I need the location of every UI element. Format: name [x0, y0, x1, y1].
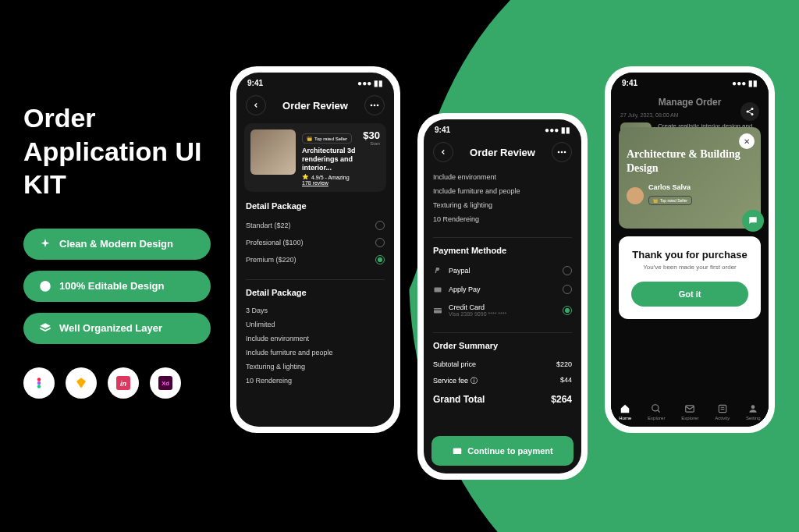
gotit-button[interactable]: Got it [631, 282, 748, 307]
edit-icon [39, 280, 51, 293]
phone-mockup-3: 9:41 ●●● ▮▮ Manage Order 27 July, 2023, … [605, 66, 775, 433]
radio-icon [375, 255, 385, 264]
apple-pay-icon [433, 285, 442, 294]
svg-text:Xd: Xd [162, 380, 169, 387]
svg-point-20 [652, 405, 659, 411]
avatar [627, 187, 644, 204]
seller-badge: 👑 Top rated Seller [302, 133, 352, 144]
phone-mockup-1: 9:41 ●●● ▮▮ Order Review 👑 Top rated Sel… [230, 66, 400, 433]
back-button[interactable] [246, 95, 266, 115]
price: $30 [363, 129, 380, 141]
close-button[interactable]: ✕ [739, 133, 755, 149]
svg-point-8 [374, 105, 376, 107]
nav-explorer2[interactable]: Explorer [681, 403, 698, 420]
seller-badge: 👑 Top rated Seller [648, 196, 692, 205]
status-bar: 9:41 ●●● ▮▮ [611, 73, 769, 90]
page-title: Order Review [282, 100, 348, 112]
signal-icons: ●●● ▮▮ [357, 79, 383, 87]
radio-icon [375, 221, 385, 230]
credit-card-icon [433, 306, 442, 315]
wallet-icon [452, 445, 463, 456]
feature-pill: Clean & Modern Design [23, 229, 211, 260]
product-title: Architectural 3d renderings and interior… [302, 147, 357, 172]
reviews-link[interactable]: 178 review [302, 180, 357, 186]
sketch-icon [66, 367, 97, 399]
chat-fab[interactable] [742, 210, 764, 232]
detail-item: 10 Rendereing [246, 374, 385, 388]
bottom-nav: Home Explorer Explorer Activity Setting [611, 397, 769, 427]
svg-rect-15 [434, 309, 442, 310]
package-option[interactable]: Standart ($22) [246, 217, 385, 234]
xd-icon: Xd [150, 367, 181, 399]
svg-point-11 [561, 151, 563, 154]
hero-card[interactable]: ✕ Architecture & Building Design Carlos … [619, 127, 761, 229]
svg-point-1 [37, 381, 41, 385]
radio-icon [563, 306, 572, 315]
nav-home[interactable]: Home [619, 403, 631, 420]
svg-point-9 [377, 105, 379, 107]
signal-icons: ●●● ▮▮ [732, 79, 758, 87]
success-modal: Thank you for purchase You've been made … [619, 236, 761, 319]
sparkle-icon [39, 238, 51, 250]
nav-setting[interactable]: Setting [746, 403, 761, 420]
svg-rect-14 [434, 308, 442, 314]
section-title: Payment Methode [433, 246, 572, 255]
share-button[interactable] [740, 102, 759, 121]
radio-icon [563, 266, 572, 275]
radio-icon [375, 238, 385, 247]
svg-rect-16 [453, 449, 462, 455]
paypal-icon [433, 266, 442, 275]
payment-option[interactable]: Apply Pay [433, 280, 572, 299]
detail-item: Texturing & lighting [246, 360, 385, 374]
svg-point-7 [371, 105, 373, 107]
svg-rect-13 [435, 288, 442, 293]
feature-pill: 100% Editable Design [23, 271, 211, 302]
nav-explorer[interactable]: Explorer [648, 403, 665, 420]
detail-item: 10 Rendereing [433, 212, 572, 226]
more-button[interactable] [364, 95, 385, 115]
figma-icon [23, 367, 55, 399]
detail-item: Include furniture and people [246, 346, 385, 360]
section-title: Detail Package [246, 201, 385, 211]
section-title: Detail Package [246, 288, 385, 297]
detail-item: Include environment [246, 332, 385, 346]
phone-mockup-2: 9:41 ●●● ▮▮ Order Review Include environ… [417, 113, 588, 480]
detail-item: Texturing & lighting [433, 198, 572, 212]
section-title: Order Summary [433, 341, 572, 350]
detail-item: 3 Days [246, 303, 385, 317]
status-bar: 9:41 ●●● ▮▮ [236, 73, 394, 90]
payment-option[interactable]: Paypal [433, 261, 572, 280]
svg-point-23 [751, 405, 755, 409]
grand-total: Grand Total$264 [433, 390, 572, 409]
status-bar: 9:41 ●●● ▮▮ [424, 119, 581, 137]
continue-button[interactable]: Continue to payment [431, 436, 574, 466]
seller-info: Carlos Salva 👑 Top rated Seller [627, 183, 753, 208]
summary-row: Service fee ⓘ$44 [433, 372, 572, 390]
svg-point-0 [37, 378, 41, 381]
invision-icon: in [108, 367, 139, 399]
package-option[interactable]: Premium ($220) [246, 251, 385, 268]
svg-text:in: in [120, 379, 127, 387]
feature-pill: Well Organized Layer [23, 313, 211, 344]
svg-point-10 [558, 151, 560, 154]
more-button[interactable] [552, 142, 572, 162]
svg-point-12 [564, 151, 566, 154]
page-title: Order Review [470, 147, 535, 158]
detail-item: Unlimited [246, 317, 385, 332]
product-image [250, 129, 296, 175]
rating: ⭐ 4.9/5 - Amazing [302, 174, 357, 180]
detail-item: Include furniture and people [433, 184, 572, 198]
card-title: Architecture & Building Design [627, 147, 753, 176]
package-option[interactable]: Profesional ($100) [246, 234, 385, 251]
payment-option[interactable]: Credit Card Visa 2389 9090 **** **** [433, 299, 572, 321]
tools-row: in Xd [23, 367, 211, 399]
svg-point-2 [37, 385, 41, 388]
signal-icons: ●●● ▮▮ [545, 126, 570, 134]
promo-panel: Order Application UI KIT Clean & Modern … [23, 101, 211, 399]
layers-icon [39, 322, 51, 335]
nav-activity[interactable]: Activity [715, 403, 730, 420]
back-button[interactable] [433, 142, 453, 162]
detail-item: Include environment [433, 170, 572, 184]
product-card[interactable]: 👑 Top rated Seller Architectural 3d rend… [244, 123, 386, 192]
modal-subtitle: You've been made your first order [631, 264, 748, 271]
